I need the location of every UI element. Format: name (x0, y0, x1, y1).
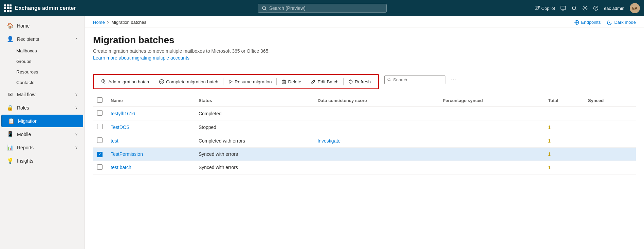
top-header: Exchange admin center Copilot (0, 0, 644, 16)
resume-migration-button[interactable]: Resume migration (224, 77, 276, 86)
mailflow-icon: ✉ (7, 91, 14, 98)
copilot-button[interactable]: Copilot (535, 5, 555, 11)
refresh-button[interactable]: Refresh (344, 77, 375, 86)
avatar[interactable]: EA (630, 3, 640, 13)
groups-label: Groups (16, 59, 31, 64)
sidebar-sub-mailboxes[interactable]: Mailboxes (1, 46, 83, 56)
copilot-icon (535, 5, 540, 11)
cell-status: Synced with errors (195, 148, 313, 161)
row-checkbox-0[interactable] (97, 110, 103, 116)
svg-marker-19 (229, 80, 232, 83)
row-checkbox-3[interactable]: ✓ (97, 152, 103, 157)
cell-synced (584, 161, 636, 174)
svg-rect-6 (561, 6, 566, 10)
table-search-box[interactable] (384, 76, 445, 84)
table-row: test.batchSynced with errors1 (93, 161, 636, 174)
breadcrumb-home[interactable]: Home (93, 20, 105, 25)
cell-consistency[interactable]: Investigate (313, 134, 439, 148)
edit-batch-button[interactable]: Edit Batch (307, 77, 343, 86)
endpoints-button[interactable]: Endpoints (574, 20, 601, 25)
migration-table: Name Status Data consistency score Perce… (93, 95, 636, 175)
svg-rect-2 (535, 7, 538, 10)
cell-name: testylh1616 (107, 107, 195, 120)
learn-more-link[interactable]: Learn more about migrating multiple acco… (93, 55, 189, 61)
sidebar-item-mobile[interactable]: 📱 Mobile ∨ (1, 128, 83, 140)
help-button[interactable] (593, 5, 599, 11)
sidebar-label-insights: Insights (17, 158, 78, 164)
table-row: TestDCSStopped1 (93, 120, 636, 134)
cell-status: Completed with errors (195, 134, 313, 148)
endpoints-label: Endpoints (581, 20, 601, 25)
sidebar-label-home: Home (17, 23, 78, 29)
col-name: Name (107, 95, 195, 107)
dark-mode-label: Dark mode (614, 20, 636, 25)
user-label: eac admin (604, 6, 624, 11)
breadcrumb-separator: > (107, 20, 110, 25)
complete-migration-button[interactable]: Complete migration batch (155, 77, 222, 86)
toolbar-sep-2 (223, 78, 223, 85)
cell-total: 1 (544, 120, 584, 134)
add-batch-label: Add migration batch (108, 79, 149, 84)
sidebar-item-roles[interactable]: 🔒 Roles ∨ (1, 101, 83, 114)
refresh-label: Refresh (355, 79, 371, 84)
refresh-icon (348, 79, 353, 84)
cell-status: Synced with errors (195, 161, 313, 174)
delete-icon (281, 79, 286, 84)
waffle-menu-icon[interactable] (4, 4, 12, 12)
sidebar-item-migration[interactable]: 📋 Migration (1, 115, 83, 127)
row-checkbox-2[interactable] (97, 137, 103, 143)
delete-button[interactable]: Delete (277, 77, 305, 86)
svg-point-28 (388, 78, 390, 81)
sidebar-item-mailflow[interactable]: ✉ Mail flow ∨ (1, 88, 83, 101)
global-search-input[interactable] (269, 5, 382, 11)
cell-synced (584, 107, 636, 120)
page-description: Create migration batches to move multipl… (93, 48, 636, 54)
cell-name: TestPermission (107, 148, 195, 161)
sidebar-item-reports[interactable]: 📊 Reports ∨ (1, 141, 83, 154)
svg-line-27 (314, 81, 315, 82)
mailboxes-label: Mailboxes (16, 48, 37, 53)
select-all-checkbox[interactable] (97, 97, 103, 103)
resume-label: Resume migration (235, 79, 272, 84)
toolbar-sep-5 (343, 78, 344, 85)
more-options-button[interactable]: ··· (448, 75, 459, 85)
sidebar-item-home[interactable]: 🏠 Home (1, 19, 83, 32)
notification-button[interactable] (571, 5, 577, 11)
sidebar-sub-resources[interactable]: Resources (1, 67, 83, 77)
chevron-up-icon: ∧ (75, 37, 78, 41)
sidebar-sub-groups[interactable]: Groups (1, 56, 83, 66)
display-button[interactable] (560, 5, 566, 11)
main-layout: 🏠 Home 👤 Recipients ∧ Mailboxes Groups R… (0, 16, 644, 249)
select-all-header[interactable] (93, 95, 107, 107)
app-name: Exchange admin center (15, 5, 76, 11)
global-search-bar[interactable] (258, 4, 387, 13)
add-migration-batch-button[interactable]: Add migration batch (97, 77, 153, 86)
chevron-down-icon-roles: ∨ (75, 105, 78, 110)
edit-icon (311, 79, 316, 84)
cell-consistency (313, 161, 439, 174)
table-search-input[interactable] (393, 77, 442, 82)
svg-point-9 (584, 7, 586, 9)
resources-label: Resources (16, 69, 38, 74)
sidebar-sub-contacts[interactable]: Contacts (1, 78, 83, 87)
sidebar-item-insights[interactable]: 💡 Insights (1, 154, 83, 167)
search-icon (262, 6, 266, 11)
help-icon (593, 5, 599, 11)
toolbar: Add migration batch Complete migration b… (93, 74, 379, 89)
col-synced: Synced (584, 95, 636, 107)
row-checkbox-1[interactable] (97, 124, 103, 129)
cell-synced (584, 120, 636, 134)
settings-button[interactable] (582, 5, 588, 11)
complete-migration-icon (159, 79, 164, 84)
row-checkbox-4[interactable] (97, 164, 103, 170)
endpoints-icon (574, 20, 579, 25)
page-content: Migration batches Create migration batch… (85, 28, 644, 249)
chevron-down-icon: ∨ (75, 92, 78, 97)
sidebar-item-recipients[interactable]: 👤 Recipients ∧ (1, 33, 83, 45)
cell-percentage (439, 134, 544, 148)
home-icon: 🏠 (7, 22, 14, 29)
roles-icon: 🔒 (7, 104, 14, 111)
top-bar: Home > Migration batches Endpoints (85, 16, 644, 28)
dark-mode-button[interactable]: Dark mode (607, 20, 636, 25)
svg-line-1 (265, 9, 266, 10)
